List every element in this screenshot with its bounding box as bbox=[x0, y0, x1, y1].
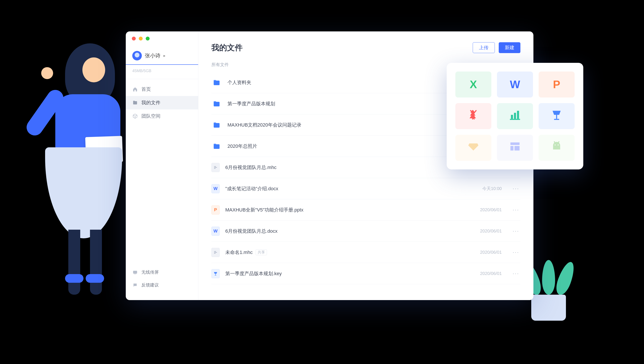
file-name: 未命名1.mhc bbox=[225, 249, 253, 256]
key-icon bbox=[211, 269, 220, 278]
avatar bbox=[132, 51, 142, 60]
new-type-chart[interactable] bbox=[497, 103, 533, 129]
file-date: 2020/06/01 bbox=[480, 271, 502, 276]
mhc-icon bbox=[211, 248, 220, 257]
sidebar-item-home[interactable]: 首页 bbox=[126, 82, 198, 96]
file-row[interactable]: 第一季度产品版本规划.key2020/06/01··· bbox=[211, 263, 520, 284]
new-type-pdf[interactable] bbox=[455, 103, 491, 129]
new-type-keynote[interactable] bbox=[539, 103, 575, 129]
sidebar-item-label: 无线传屏 bbox=[141, 269, 159, 275]
minimize-window-icon[interactable] bbox=[139, 36, 143, 40]
new-document-panel: X W P bbox=[447, 63, 583, 170]
file-date: 2020/06/01 bbox=[480, 207, 502, 212]
svg-rect-7 bbox=[215, 274, 216, 275]
file-date: 今天10:00 bbox=[482, 186, 502, 192]
mhc-icon bbox=[211, 163, 220, 172]
new-type-presentation[interactable]: P bbox=[539, 72, 575, 98]
folder-icon bbox=[211, 121, 222, 129]
file-row[interactable]: W"成长笔记活动"介绍.docx今天10:00··· bbox=[211, 178, 520, 199]
svg-rect-10 bbox=[511, 115, 513, 119]
home-icon bbox=[132, 86, 138, 92]
storage-usage: 45MB/5GB bbox=[126, 66, 198, 79]
window-controls bbox=[132, 36, 150, 40]
sidebar-item-wireless-cast[interactable]: 无线传屏 bbox=[126, 266, 198, 279]
sidebar-item-label: 团队空间 bbox=[141, 113, 160, 120]
folder-icon bbox=[132, 100, 138, 106]
chart-icon bbox=[509, 109, 521, 124]
android-icon bbox=[550, 140, 563, 155]
svg-rect-16 bbox=[510, 142, 520, 145]
more-icon[interactable]: ··· bbox=[513, 185, 520, 192]
file-name: 6月份视觉团队月总.docx bbox=[225, 228, 277, 234]
layout-icon bbox=[509, 140, 521, 155]
more-icon[interactable]: ··· bbox=[513, 228, 520, 234]
svg-rect-12 bbox=[517, 111, 519, 119]
file-date: 2020/06/01 bbox=[480, 228, 502, 234]
user-menu[interactable]: 张小诗 ▸ bbox=[126, 51, 198, 65]
file-name: MAXHUB文档2020年会议问题记录 bbox=[227, 122, 301, 128]
cube-icon bbox=[132, 113, 138, 119]
upload-button[interactable]: 上传 bbox=[473, 42, 495, 53]
sidebar-item-label: 我的文件 bbox=[141, 100, 160, 106]
file-name: 第一季度产品版本规划 bbox=[227, 100, 275, 107]
new-type-android[interactable] bbox=[539, 135, 575, 161]
docx-icon: W bbox=[211, 227, 220, 236]
svg-rect-8 bbox=[215, 275, 216, 276]
file-name: MAXHUB全新"V5"功能介绍手册.pptx bbox=[225, 207, 303, 213]
file-name: 第一季度产品版本规划.key bbox=[225, 270, 282, 277]
sidebar-item-team-space[interactable]: 团队空间 bbox=[126, 110, 198, 123]
new-type-sketch[interactable] bbox=[455, 135, 491, 161]
maximize-window-icon[interactable] bbox=[146, 36, 150, 40]
svg-point-20 bbox=[558, 144, 559, 146]
folder-icon bbox=[211, 142, 222, 150]
new-type-spreadsheet[interactable]: X bbox=[455, 72, 491, 98]
svg-rect-11 bbox=[514, 113, 516, 119]
new-button[interactable]: 新建 bbox=[499, 42, 520, 53]
sidebar-item-my-files[interactable]: 我的文件 bbox=[126, 96, 198, 110]
svg-point-19 bbox=[555, 144, 556, 146]
svg-rect-0 bbox=[133, 270, 137, 274]
svg-rect-15 bbox=[554, 119, 559, 120]
svg-line-21 bbox=[554, 142, 555, 143]
file-date: 2020/06/01 bbox=[480, 250, 502, 255]
svg-rect-14 bbox=[556, 115, 557, 119]
lamp-icon bbox=[550, 109, 563, 124]
p-icon: P bbox=[553, 78, 560, 91]
gem-icon bbox=[467, 140, 479, 155]
file-tag: 共享 bbox=[256, 250, 267, 255]
feedback-icon bbox=[132, 282, 138, 288]
new-type-document[interactable]: W bbox=[497, 72, 533, 98]
pdf-icon bbox=[467, 109, 479, 124]
file-name: 个人资料夹 bbox=[227, 79, 251, 86]
folder-icon bbox=[211, 78, 222, 87]
close-window-icon[interactable] bbox=[132, 36, 136, 40]
w-icon: W bbox=[510, 78, 520, 91]
chevron-right-icon: ▸ bbox=[163, 53, 165, 58]
file-row[interactable]: PMAXHUB全新"V5"功能介绍手册.pptx2020/06/01··· bbox=[211, 199, 520, 220]
file-name: 2020年总照片 bbox=[227, 143, 257, 150]
more-icon[interactable]: ··· bbox=[513, 249, 520, 256]
file-name: 6月份视觉团队月总.mhc bbox=[225, 164, 276, 171]
nav-main: 首页 我的文件 团队空间 bbox=[126, 79, 198, 126]
user-name: 张小诗 bbox=[145, 52, 160, 59]
sidebar-item-label: 反馈建议 bbox=[141, 282, 159, 288]
svg-rect-18 bbox=[515, 146, 520, 150]
svg-rect-13 bbox=[510, 119, 520, 120]
pptx-icon: P bbox=[211, 206, 220, 214]
main-header: 我的文件 上传 新建 bbox=[211, 42, 520, 53]
file-name: "成长笔记活动"介绍.docx bbox=[225, 186, 278, 192]
sidebar-bottom: 无线传屏 反馈建议 bbox=[126, 262, 198, 300]
more-icon[interactable]: ··· bbox=[513, 206, 520, 213]
x-icon: X bbox=[470, 78, 477, 91]
svg-point-9 bbox=[472, 114, 474, 116]
svg-rect-17 bbox=[510, 146, 513, 150]
sidebar: 张小诗 ▸ 45MB/5GB 首页 我的文件 团队空间 bbox=[126, 32, 198, 300]
file-row[interactable]: W6月份视觉团队月总.docx2020/06/01··· bbox=[211, 220, 520, 242]
page-title: 我的文件 bbox=[211, 42, 243, 53]
illustration-person bbox=[41, 46, 132, 295]
file-row[interactable]: 未命名1.mhc共享2020/06/01··· bbox=[211, 242, 520, 263]
new-type-layout[interactable] bbox=[497, 135, 533, 161]
more-icon[interactable]: ··· bbox=[513, 270, 520, 277]
sidebar-item-label: 首页 bbox=[141, 86, 151, 92]
sidebar-item-feedback[interactable]: 反馈建议 bbox=[126, 279, 198, 292]
